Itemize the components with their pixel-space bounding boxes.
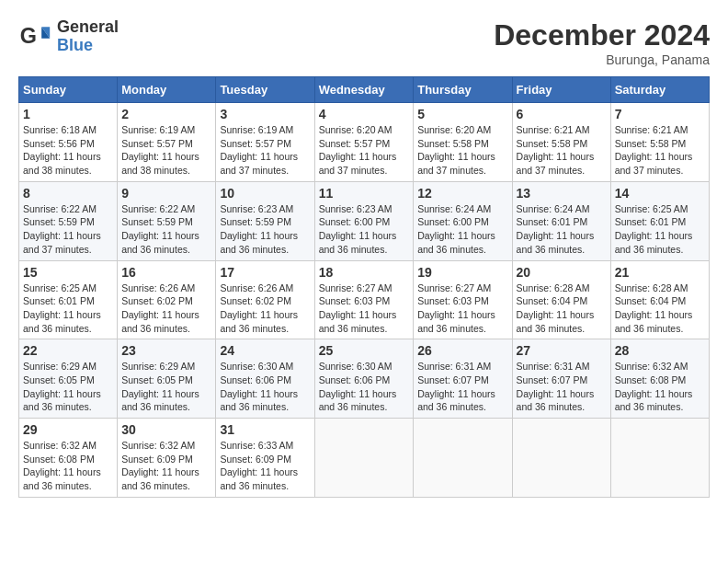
calendar-cell: 20 Sunrise: 6:28 AMSunset: 6:04 PMDaylig… — [512, 260, 610, 339]
calendar-cell: 10 Sunrise: 6:23 AMSunset: 5:59 PMDaylig… — [216, 181, 314, 260]
calendar-cell: 7 Sunrise: 6:21 AMSunset: 5:58 PMDayligh… — [610, 103, 709, 182]
day-number: 17 — [220, 265, 310, 280]
calendar-week-4: 22 Sunrise: 6:29 AMSunset: 6:05 PMDaylig… — [19, 339, 710, 419]
calendar-cell: 30 Sunrise: 6:32 AMSunset: 6:09 PMDaylig… — [118, 419, 216, 498]
day-number: 19 — [417, 265, 507, 280]
weekday-header-friday: Friday — [512, 77, 610, 103]
day-number: 30 — [121, 422, 211, 437]
day-info: Sunrise: 6:19 AMSunset: 5:57 PMDaylight:… — [121, 124, 199, 176]
day-info: Sunrise: 6:27 AMSunset: 6:03 PMDaylight:… — [417, 282, 495, 334]
calendar-cell: 8 Sunrise: 6:22 AMSunset: 5:59 PMDayligh… — [19, 181, 118, 260]
calendar-cell: 29 Sunrise: 6:32 AMSunset: 6:08 PMDaylig… — [19, 419, 118, 498]
month-title: December 2024 — [494, 18, 710, 52]
logo-icon: G — [18, 20, 51, 53]
calendar-cell: 16 Sunrise: 6:26 AMSunset: 6:02 PMDaylig… — [118, 260, 216, 339]
day-number: 5 — [417, 107, 507, 121]
day-info: Sunrise: 6:22 AMSunset: 5:59 PMDaylight:… — [121, 203, 199, 255]
calendar-cell: 17 Sunrise: 6:26 AMSunset: 6:02 PMDaylig… — [216, 260, 314, 339]
day-number: 2 — [121, 107, 211, 121]
calendar-cell — [414, 419, 512, 498]
day-info: Sunrise: 6:32 AMSunset: 6:08 PMDaylight:… — [23, 440, 101, 491]
calendar: SundayMondayTuesdayWednesdayThursdayFrid… — [18, 76, 710, 498]
day-info: Sunrise: 6:30 AMSunset: 6:06 PMDaylight:… — [220, 361, 298, 412]
day-number: 31 — [220, 422, 310, 437]
calendar-cell — [314, 419, 414, 498]
day-number: 26 — [417, 343, 507, 358]
calendar-cell: 3 Sunrise: 6:19 AMSunset: 5:57 PMDayligh… — [216, 103, 314, 182]
day-number: 4 — [319, 107, 410, 121]
calendar-week-2: 8 Sunrise: 6:22 AMSunset: 5:59 PMDayligh… — [19, 181, 710, 260]
calendar-cell: 14 Sunrise: 6:25 AMSunset: 6:01 PMDaylig… — [610, 181, 709, 260]
weekday-header-wednesday: Wednesday — [314, 77, 414, 103]
logo-line2: Blue — [57, 37, 119, 55]
logo-text: General Blue — [57, 18, 119, 55]
day-number: 14 — [615, 186, 705, 201]
calendar-cell: 12 Sunrise: 6:24 AMSunset: 6:00 PMDaylig… — [414, 181, 512, 260]
day-number: 22 — [23, 343, 113, 358]
calendar-cell: 25 Sunrise: 6:30 AMSunset: 6:06 PMDaylig… — [314, 339, 414, 419]
day-info: Sunrise: 6:28 AMSunset: 6:04 PMDaylight:… — [517, 282, 595, 334]
calendar-cell: 31 Sunrise: 6:33 AMSunset: 6:09 PMDaylig… — [216, 419, 314, 498]
day-number: 24 — [220, 343, 310, 358]
day-number: 7 — [615, 107, 705, 121]
day-number: 29 — [23, 422, 113, 437]
day-info: Sunrise: 6:31 AMSunset: 6:07 PMDaylight:… — [417, 361, 495, 412]
day-info: Sunrise: 6:32 AMSunset: 6:09 PMDaylight:… — [121, 440, 199, 491]
day-number: 18 — [319, 265, 410, 280]
svg-text:G: G — [20, 24, 37, 48]
day-info: Sunrise: 6:26 AMSunset: 6:02 PMDaylight:… — [121, 282, 199, 334]
day-info: Sunrise: 6:21 AMSunset: 5:58 PMDaylight:… — [517, 124, 595, 176]
day-number: 25 — [319, 343, 410, 358]
day-number: 15 — [23, 265, 113, 280]
calendar-cell — [512, 419, 610, 498]
day-info: Sunrise: 6:32 AMSunset: 6:08 PMDaylight:… — [615, 361, 693, 412]
calendar-week-5: 29 Sunrise: 6:32 AMSunset: 6:08 PMDaylig… — [19, 419, 710, 498]
day-info: Sunrise: 6:28 AMSunset: 6:04 PMDaylight:… — [615, 282, 693, 334]
weekday-header-sunday: Sunday — [19, 77, 118, 103]
calendar-header: SundayMondayTuesdayWednesdayThursdayFrid… — [19, 77, 710, 103]
calendar-cell: 21 Sunrise: 6:28 AMSunset: 6:04 PMDaylig… — [610, 260, 709, 339]
calendar-cell: 9 Sunrise: 6:22 AMSunset: 5:59 PMDayligh… — [118, 181, 216, 260]
calendar-cell: 24 Sunrise: 6:30 AMSunset: 6:06 PMDaylig… — [216, 339, 314, 419]
day-number: 21 — [615, 265, 705, 280]
day-number: 23 — [121, 343, 211, 358]
day-info: Sunrise: 6:29 AMSunset: 6:05 PMDaylight:… — [23, 361, 101, 412]
day-info: Sunrise: 6:24 AMSunset: 6:00 PMDaylight:… — [417, 203, 495, 255]
calendar-cell: 5 Sunrise: 6:20 AMSunset: 5:58 PMDayligh… — [414, 103, 512, 182]
day-info: Sunrise: 6:24 AMSunset: 6:01 PMDaylight:… — [517, 203, 595, 255]
day-info: Sunrise: 6:30 AMSunset: 6:06 PMDaylight:… — [319, 361, 397, 412]
title-block: December 2024 Burunga, Panama — [494, 18, 710, 67]
calendar-cell: 19 Sunrise: 6:27 AMSunset: 6:03 PMDaylig… — [414, 260, 512, 339]
day-number: 6 — [517, 107, 607, 121]
day-number: 27 — [517, 343, 607, 358]
logo-line1: General — [57, 18, 119, 37]
weekday-header-tuesday: Tuesday — [216, 77, 314, 103]
day-info: Sunrise: 6:29 AMSunset: 6:05 PMDaylight:… — [121, 361, 199, 412]
day-number: 10 — [220, 186, 310, 201]
day-info: Sunrise: 6:18 AMSunset: 5:56 PMDaylight:… — [23, 124, 101, 176]
day-info: Sunrise: 6:22 AMSunset: 5:59 PMDaylight:… — [23, 203, 101, 255]
day-number: 8 — [23, 186, 113, 201]
calendar-week-3: 15 Sunrise: 6:25 AMSunset: 6:01 PMDaylig… — [19, 260, 710, 339]
day-info: Sunrise: 6:31 AMSunset: 6:07 PMDaylight:… — [517, 361, 595, 412]
day-number: 12 — [417, 186, 507, 201]
calendar-cell: 11 Sunrise: 6:23 AMSunset: 6:00 PMDaylig… — [314, 181, 414, 260]
calendar-cell: 4 Sunrise: 6:20 AMSunset: 5:57 PMDayligh… — [314, 103, 414, 182]
weekday-header-thursday: Thursday — [414, 77, 512, 103]
weekday-header-saturday: Saturday — [610, 77, 709, 103]
day-number: 1 — [23, 107, 113, 121]
calendar-cell: 15 Sunrise: 6:25 AMSunset: 6:01 PMDaylig… — [19, 260, 118, 339]
day-info: Sunrise: 6:25 AMSunset: 6:01 PMDaylight:… — [615, 203, 693, 255]
weekday-header-row: SundayMondayTuesdayWednesdayThursdayFrid… — [19, 77, 710, 103]
calendar-cell: 28 Sunrise: 6:32 AMSunset: 6:08 PMDaylig… — [610, 339, 709, 419]
calendar-cell: 27 Sunrise: 6:31 AMSunset: 6:07 PMDaylig… — [512, 339, 610, 419]
calendar-week-1: 1 Sunrise: 6:18 AMSunset: 5:56 PMDayligh… — [19, 103, 710, 182]
day-number: 11 — [319, 186, 410, 201]
calendar-cell: 23 Sunrise: 6:29 AMSunset: 6:05 PMDaylig… — [118, 339, 216, 419]
calendar-cell: 1 Sunrise: 6:18 AMSunset: 5:56 PMDayligh… — [19, 103, 118, 182]
calendar-cell: 18 Sunrise: 6:27 AMSunset: 6:03 PMDaylig… — [314, 260, 414, 339]
day-info: Sunrise: 6:33 AMSunset: 6:09 PMDaylight:… — [220, 440, 298, 491]
day-number: 9 — [121, 186, 211, 201]
day-number: 16 — [121, 265, 211, 280]
day-number: 20 — [517, 265, 607, 280]
